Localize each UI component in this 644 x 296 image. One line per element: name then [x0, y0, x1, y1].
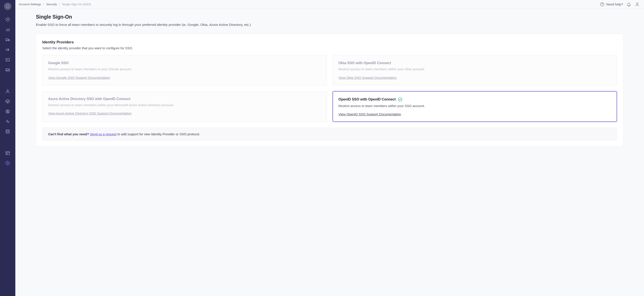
org-logo[interactable] — [4, 3, 12, 10]
breadcrumb-current: Single Sign-On (SSO) — [62, 3, 91, 6]
svg-rect-16 — [6, 58, 10, 61]
sidebar-item-announce[interactable] — [5, 47, 10, 52]
user-icon — [5, 89, 10, 94]
page-subtitle: Enable SSO to force all team members to … — [36, 22, 624, 27]
help-label: Need help? — [606, 2, 623, 6]
inbox-icon — [5, 67, 10, 72]
megaphone-icon — [5, 47, 10, 52]
svg-point-15 — [8, 40, 9, 41]
sidebar-item-vehicles[interactable] — [5, 37, 10, 42]
help-icon — [600, 2, 604, 7]
database-icon — [5, 129, 10, 134]
sidebar-item-database[interactable] — [5, 129, 10, 134]
provider-grid: Google SSO Restrict access to team membe… — [42, 55, 617, 122]
sidebar-item-package[interactable] — [5, 99, 10, 104]
provider-title: Google SSO — [48, 61, 68, 65]
bell-icon — [626, 2, 631, 7]
info-rest: to add support for new Identity Provider… — [116, 132, 200, 136]
svg-point-28 — [602, 5, 602, 5]
checkmark-icon — [398, 97, 402, 102]
section-title: Identity Providers — [42, 40, 617, 44]
box-icon — [5, 99, 10, 104]
sidebar-item-layout[interactable] — [5, 151, 10, 155]
sidebar-item-users[interactable] — [5, 89, 10, 94]
svg-rect-13 — [6, 39, 8, 40]
provider-card-google[interactable]: Google SSO Restrict access to team membe… — [42, 55, 327, 85]
sidebar-item-settings[interactable] — [5, 161, 10, 166]
svg-point-18 — [7, 90, 8, 91]
user-icon — [635, 2, 640, 7]
provider-card-openid[interactable]: OpenID SSO with OpenID Connect Restrict … — [332, 91, 617, 122]
svg-point-14 — [6, 40, 7, 41]
sidebar-item-trace[interactable] — [5, 109, 10, 114]
breadcrumb: Account Settings / Security / Single Sig… — [19, 3, 91, 6]
provider-docs-link[interactable]: View OpenID SSO Support Documentation — [338, 112, 401, 116]
provider-docs-link[interactable]: View Azure Active Directory SSO Support … — [48, 111, 132, 115]
profile-button[interactable] — [635, 2, 640, 7]
sidebar-item-terminal[interactable] — [5, 57, 10, 62]
svg-rect-0 — [6, 5, 9, 8]
gauge-icon — [5, 17, 10, 22]
info-strong: Can't find what you need? — [48, 132, 89, 136]
provider-docs-link[interactable]: View Okta SSO Support Documentation — [338, 76, 397, 79]
help-link[interactable]: Need help? — [600, 2, 623, 7]
sidebar-item-reports[interactable] — [5, 27, 10, 32]
page-title: Single Sign-On — [36, 14, 624, 20]
sidebar-item-inbox[interactable] — [5, 67, 10, 72]
building-icon — [6, 4, 10, 8]
breadcrumb-separator: / — [43, 3, 44, 6]
svg-point-26 — [7, 162, 8, 164]
svg-point-29 — [636, 3, 638, 4]
bar-chart-icon — [5, 27, 10, 32]
layout-icon — [5, 151, 10, 155]
user-circle-icon — [5, 109, 10, 114]
provider-docs-link[interactable]: View Google SSO Support Documentation — [48, 76, 110, 79]
terminal-icon — [5, 57, 10, 62]
svg-rect-23 — [6, 152, 10, 155]
provider-desc: Restrict access to team members within y… — [338, 104, 611, 109]
provider-desc: Restrict access to team members within y… — [338, 67, 611, 72]
sidebar-item-activity[interactable] — [5, 119, 10, 124]
truck-icon — [5, 37, 10, 42]
provider-desc: Restrict access to team members in your … — [48, 67, 321, 72]
sidebar — [0, 0, 15, 296]
provider-title: Azure Active Directory SSO with OpenID C… — [48, 97, 130, 101]
provider-title: Okta SSO with OpenID Connect — [338, 61, 391, 65]
svg-point-21 — [7, 110, 8, 112]
content: Single Sign-On Enable SSO to force all t… — [15, 9, 644, 155]
provider-desc: Restrict access to team members within y… — [48, 103, 321, 108]
info-row: Can't find what you need? Send us a requ… — [42, 128, 617, 141]
pulse-icon — [5, 119, 10, 124]
send-request-link[interactable]: Send us a request — [90, 132, 116, 136]
section-subtitle: Select the identity provider that you wa… — [42, 46, 617, 50]
provider-card-azure[interactable]: Azure Active Directory SSO with OpenID C… — [42, 91, 327, 122]
provider-title: OpenID SSO with OpenID Connect — [338, 97, 396, 101]
svg-point-30 — [398, 98, 402, 101]
topbar: Account Settings / Security / Single Sig… — [15, 0, 644, 9]
breadcrumb-link-security[interactable]: Security — [46, 3, 57, 6]
breadcrumb-separator: / — [59, 3, 60, 6]
sidebar-nav — [5, 17, 10, 166]
identity-providers-panel: Identity Providers Select the identity p… — [36, 34, 624, 146]
notifications-button[interactable] — [626, 2, 631, 7]
gear-icon — [5, 161, 10, 166]
svg-point-22 — [6, 130, 10, 131]
sidebar-item-dashboard[interactable] — [5, 17, 10, 22]
breadcrumb-link-account-settings[interactable]: Account Settings — [19, 3, 41, 6]
provider-card-okta[interactable]: Okta SSO with OpenID Connect Restrict ac… — [332, 55, 617, 85]
